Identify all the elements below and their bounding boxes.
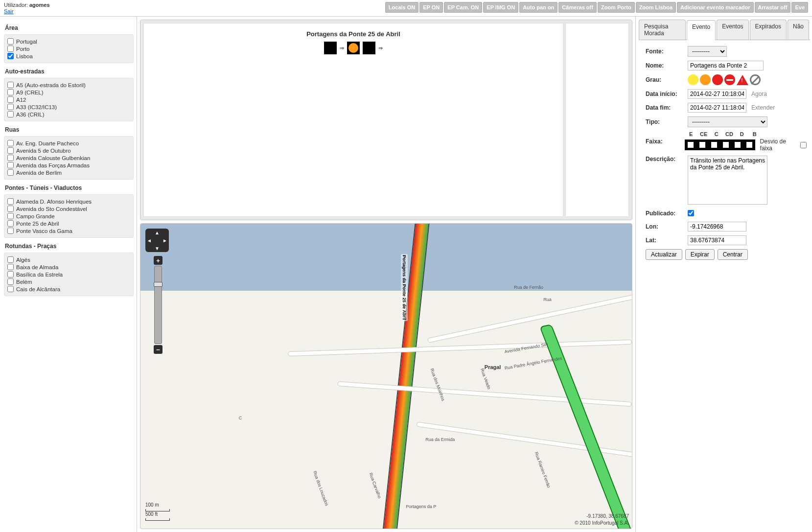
toolbar-button-8[interactable]: Adicionar evento marcador: [677, 2, 753, 13]
list-item[interactable]: Avenida Calouste Gulbenkian: [7, 154, 130, 162]
list-item[interactable]: Avenida do Sto Condestável: [7, 205, 130, 212]
list-item-checkbox[interactable]: [7, 104, 14, 110]
toolbar-button-2[interactable]: EP Cam. ON: [444, 2, 482, 13]
extender-link[interactable]: Extender: [751, 104, 775, 111]
pan-right-icon[interactable]: ►: [161, 236, 169, 244]
lon-input[interactable]: [688, 222, 746, 231]
list-item-checkbox[interactable]: [7, 169, 14, 176]
list-item-label: Avenida 5 de Outubro: [16, 148, 71, 154]
list-item-checkbox[interactable]: [7, 228, 14, 234]
list-item-checkbox[interactable]: [7, 264, 14, 270]
list-item[interactable]: A12: [7, 96, 130, 103]
faixa-ce[interactable]: [696, 139, 708, 150]
list-item-checkbox[interactable]: [7, 213, 14, 219]
pan-up-icon[interactable]: ▲: [153, 229, 161, 236]
list-item-checkbox[interactable]: [7, 140, 14, 146]
descricao-input[interactable]: [688, 156, 767, 205]
list-item-checkbox[interactable]: [7, 256, 14, 263]
toolbar-button-10[interactable]: Eve: [791, 2, 808, 13]
toolbar-button-0[interactable]: Locais ON: [385, 2, 418, 13]
list-item[interactable]: Belém: [7, 278, 130, 285]
list-item-checkbox[interactable]: [7, 220, 14, 227]
actualizar-button[interactable]: Actualizar: [646, 249, 682, 260]
list-item-checkbox[interactable]: [7, 53, 14, 59]
toolbar-button-3[interactable]: EP IMG ON: [483, 2, 518, 13]
list-item[interactable]: Baixa de Almada: [7, 263, 130, 271]
list-item[interactable]: A5 (Auto-estrada do Estoril): [7, 81, 130, 89]
tipo-select[interactable]: ---------: [688, 116, 767, 127]
list-item-checkbox[interactable]: [7, 46, 14, 52]
grau-red-icon[interactable]: [712, 74, 723, 85]
faixa-c[interactable]: [708, 139, 720, 150]
list-item-checkbox[interactable]: [7, 82, 14, 88]
list-item[interactable]: Alameda D. Afonso Henriques: [7, 198, 130, 205]
list-item[interactable]: Avenida 5 de Outubro: [7, 147, 130, 154]
zoom-slider[interactable]: [154, 266, 162, 344]
list-item[interactable]: Campo Grande: [7, 212, 130, 220]
list-item[interactable]: Lisboa: [7, 52, 130, 60]
zoom-in-button[interactable]: +: [154, 256, 162, 265]
pan-down-icon[interactable]: ▼: [153, 244, 161, 252]
faixa-d[interactable]: [732, 139, 743, 150]
toolbar-button-1[interactable]: EP ON: [419, 2, 443, 13]
list-item[interactable]: Basílica da Estrela: [7, 271, 130, 278]
list-item[interactable]: Av. Eng. Duarte Pacheco: [7, 139, 130, 147]
tab-não[interactable]: Não: [788, 20, 809, 40]
grau-na-icon[interactable]: [750, 74, 761, 85]
tab-evento[interactable]: Evento: [687, 20, 716, 40]
data-inicio-input[interactable]: [688, 89, 746, 99]
tab-expirados[interactable]: Expirados: [750, 20, 787, 40]
list-item[interactable]: Portugal: [7, 38, 130, 45]
map-pan-control[interactable]: ▲ ◄► ▼: [145, 229, 169, 252]
faixa-e[interactable]: [685, 139, 696, 150]
data-fim-input[interactable]: [688, 103, 746, 113]
faixa-b[interactable]: [743, 139, 755, 150]
expirar-button[interactable]: Expirar: [685, 249, 715, 260]
grau-noentry-icon[interactable]: [724, 74, 735, 85]
list-item-checkbox[interactable]: [7, 96, 14, 103]
list-item-checkbox[interactable]: [7, 278, 14, 285]
toolbar-button-6[interactable]: Zoom Porto: [598, 2, 635, 13]
zoom-out-button[interactable]: −: [154, 345, 162, 354]
list-item[interactable]: Algés: [7, 256, 130, 263]
logout-link[interactable]: Sair: [4, 8, 50, 14]
fonte-select[interactable]: ---------: [688, 46, 727, 57]
centrar-button[interactable]: Centrar: [718, 249, 748, 260]
map[interactable]: Portagens da Ponte 25 de Abril Rua de Fe…: [140, 223, 632, 529]
list-item[interactable]: A36 (CRIL): [7, 111, 130, 118]
list-item-checkbox[interactable]: [7, 198, 14, 205]
list-item-checkbox[interactable]: [7, 147, 14, 154]
pan-left-icon[interactable]: ◄: [145, 236, 153, 244]
grau-warning-icon[interactable]: [737, 75, 748, 85]
list-item[interactable]: Ponte Vasco da Gama: [7, 227, 130, 234]
toolbar-button-9[interactable]: Arrastar off: [755, 2, 791, 13]
list-item[interactable]: Avenida das Forças Armadas: [7, 162, 130, 169]
tab-pesquisa-morada[interactable]: Pesquisa Morada: [639, 20, 686, 40]
list-item[interactable]: A9 (CREL): [7, 89, 130, 96]
desvio-checkbox[interactable]: [800, 142, 807, 148]
publicado-checkbox[interactable]: [688, 210, 694, 216]
list-item-checkbox[interactable]: [7, 271, 14, 278]
list-item-checkbox[interactable]: [7, 206, 14, 212]
list-item[interactable]: Cais de Alcântara: [7, 285, 130, 293]
list-item-checkbox[interactable]: [7, 89, 14, 95]
faixa-cd[interactable]: [720, 139, 732, 150]
lat-input[interactable]: [688, 235, 746, 245]
list-item[interactable]: Ponte 25 de Abril: [7, 220, 130, 227]
tab-eventos[interactable]: Eventos: [717, 20, 748, 40]
list-item[interactable]: Porto: [7, 45, 130, 52]
list-item[interactable]: Avenida de Berlim: [7, 169, 130, 176]
toolbar-button-4[interactable]: Auto pan on: [519, 2, 557, 13]
nome-input[interactable]: [688, 61, 764, 70]
list-item[interactable]: A33 (IC32/IC13): [7, 103, 130, 111]
list-item-checkbox[interactable]: [7, 155, 14, 161]
list-item-checkbox[interactable]: [7, 162, 14, 168]
grau-yellow-icon[interactable]: [688, 74, 698, 85]
toolbar-button-5[interactable]: Câmeras off: [558, 2, 597, 13]
agora-link[interactable]: Agora: [751, 91, 767, 97]
list-item-checkbox[interactable]: [7, 286, 14, 292]
list-item-checkbox[interactable]: [7, 38, 14, 45]
grau-orange-icon[interactable]: [700, 74, 711, 85]
toolbar-button-7[interactable]: Zoom Lisboa: [636, 2, 676, 13]
list-item-checkbox[interactable]: [7, 111, 14, 117]
